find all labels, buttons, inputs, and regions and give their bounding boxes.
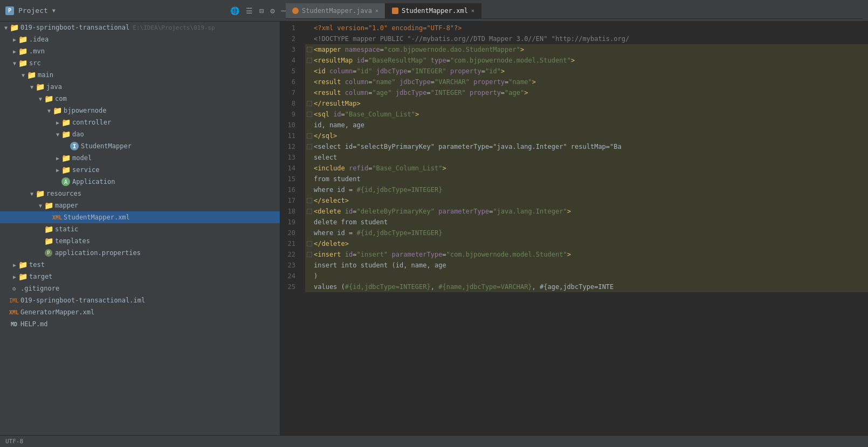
code-content: where id = #{id,jdbcType=INTEGER} bbox=[314, 184, 442, 195]
item-type-icon: 📁 bbox=[44, 201, 53, 210]
code-area[interactable]: <?xml version="1.0" encoding="UTF-8"?><!… bbox=[300, 22, 868, 435]
code-line: insert into student (id, name, age bbox=[305, 260, 868, 271]
item-label: templates bbox=[55, 237, 90, 245]
sidebar-item-root[interactable]: ▼ 📁 019-springboot-transactional E:\IDEA… bbox=[0, 22, 280, 33]
code-line: -<mapper namespace="com.bjpowernode.dao.… bbox=[305, 44, 868, 55]
code-content: <?xml version="1.0" encoding="UTF-8"?> bbox=[314, 23, 462, 33]
code-content: </sql> bbox=[314, 130, 337, 141]
sidebar-item-help[interactable]: MD HELP.md bbox=[0, 318, 280, 330]
fold-gutter[interactable]: - bbox=[305, 47, 314, 52]
tab-xml-label: StudentMapper.xml bbox=[402, 7, 468, 15]
code-line: - </resultMap> bbox=[305, 98, 868, 109]
code-line: - </select> bbox=[305, 195, 868, 206]
sidebar[interactable]: ▼ 📁 019-springboot-transactional E:\IDEA… bbox=[0, 22, 280, 435]
fold-gutter[interactable]: - bbox=[305, 133, 314, 139]
item-label: resources bbox=[46, 190, 81, 197]
tab-xml-close[interactable]: ✕ bbox=[471, 8, 474, 13]
code-content: <result column="name" jdbcType="VARCHAR"… bbox=[314, 77, 536, 87]
fold-gutter[interactable]: - bbox=[305, 144, 314, 149]
fold-gutter[interactable]: - bbox=[305, 209, 314, 214]
item-type-icon: 📁 bbox=[44, 237, 53, 245]
fold-gutter[interactable]: - bbox=[305, 241, 314, 246]
item-type-icon: 📁 bbox=[61, 166, 70, 174]
code-line: - <sql id="Base_Column_List"> bbox=[305, 109, 868, 120]
item-type-icon: 📁 bbox=[53, 106, 61, 115]
sidebar-item-mvn[interactable]: ▶ 📁 .mvn bbox=[0, 45, 280, 57]
sidebar-item-target[interactable]: ▶ 📁 target bbox=[0, 271, 280, 283]
arrow-icon: ▼ bbox=[19, 72, 27, 78]
code-content: id, name, age bbox=[314, 120, 364, 130]
sidebar-item-service[interactable]: ▶ 📁 service bbox=[0, 164, 280, 176]
sidebar-item-java[interactable]: ▼ 📁 java bbox=[0, 81, 280, 93]
item-type-icon: 📁 bbox=[18, 35, 27, 44]
fold-gutter[interactable]: - bbox=[305, 112, 314, 117]
sidebar-item-idea[interactable]: ▶ 📁 .idea bbox=[0, 33, 280, 45]
sidebar-item-resources[interactable]: ▼ 📁 resources bbox=[0, 188, 280, 200]
sidebar-item-com[interactable]: ▼ 📁 com bbox=[0, 93, 280, 105]
line-numbers: 1234567891011121314151617181920212223242… bbox=[280, 22, 300, 435]
item-type-icon: XML bbox=[10, 308, 18, 317]
sidebar-item-main[interactable]: ▼ 📁 main bbox=[0, 69, 280, 81]
sidebar-item-genmapper[interactable]: XML GeneratorMapper.xml bbox=[0, 306, 280, 318]
project-folder-icon: P bbox=[5, 6, 14, 15]
code-content: <insert id="insert" parameterType="com.b… bbox=[314, 249, 571, 260]
item-label: application.properties bbox=[55, 249, 141, 257]
sidebar-item-studentmapper-xml[interactable]: XML StudentMapper.xml bbox=[0, 211, 280, 223]
code-line: <id column="id" jdbcType="INTEGER" prope… bbox=[305, 66, 868, 77]
item-type-icon: 📁 bbox=[36, 82, 44, 91]
minimize-icon[interactable]: ─ bbox=[281, 6, 286, 15]
arrow-icon: ▼ bbox=[37, 203, 44, 209]
item-label: service bbox=[72, 166, 100, 174]
item-label: java bbox=[46, 83, 62, 91]
item-label: GeneratorMapper.xml bbox=[20, 308, 94, 316]
sidebar-item-studentmapper[interactable]: I StudentMapper bbox=[0, 140, 280, 152]
menu-icon[interactable]: ☰ bbox=[246, 6, 253, 15]
tab-java[interactable]: StudentMapper.java ✕ bbox=[286, 3, 385, 18]
sidebar-item-iml[interactable]: IML 019-springboot-transactional.iml bbox=[0, 294, 280, 306]
sidebar-item-controller[interactable]: ▶ 📁 controller bbox=[0, 116, 280, 128]
sidebar-item-mapper[interactable]: ▼ 📁 mapper bbox=[0, 200, 280, 211]
gear-icon[interactable]: ⚙ bbox=[270, 6, 274, 15]
fold-gutter[interactable]: - bbox=[305, 252, 314, 257]
globe-icon[interactable]: 🌐 bbox=[230, 6, 239, 15]
sidebar-item-templates[interactable]: 📁 templates bbox=[0, 235, 280, 247]
sidebar-item-static[interactable]: 📁 static bbox=[0, 223, 280, 235]
sidebar-item-application[interactable]: A Application bbox=[0, 176, 280, 188]
sidebar-item-model[interactable]: ▶ 📁 model bbox=[0, 152, 280, 164]
code-content: <id column="id" jdbcType="INTEGER" prope… bbox=[314, 66, 505, 77]
code-content: insert into student (id, name, age bbox=[314, 260, 446, 271]
editor: 1234567891011121314151617181920212223242… bbox=[280, 22, 868, 435]
sidebar-item-gitignore[interactable]: ⚙ .gitignore bbox=[0, 283, 280, 294]
item-type-icon: ⚙ bbox=[10, 284, 18, 293]
item-label: target bbox=[29, 273, 52, 280]
code-line: id, name, age bbox=[305, 120, 868, 130]
tab-xml-icon bbox=[392, 8, 398, 14]
code-line: - </sql> bbox=[305, 130, 868, 141]
sidebar-item-src[interactable]: ▼ 📁 src bbox=[0, 57, 280, 69]
item-type-icon: XML bbox=[53, 213, 61, 222]
title-bar-left: P Project ▼ 🌐 ☰ ⊟ ⚙ ─ bbox=[5, 6, 286, 15]
status-encoding: UTF-8 bbox=[5, 438, 23, 445]
sidebar-item-test[interactable]: ▶ 📁 test bbox=[0, 259, 280, 271]
code-content: </select> bbox=[314, 195, 349, 206]
item-label: static bbox=[55, 225, 78, 233]
code-content: ) bbox=[314, 271, 318, 281]
item-label: .gitignore bbox=[20, 285, 59, 292]
code-line: select bbox=[305, 152, 868, 163]
sidebar-item-dao[interactable]: ▼ 📁 dao bbox=[0, 128, 280, 140]
split-icon[interactable]: ⊟ bbox=[259, 6, 264, 15]
fold-gutter[interactable]: - bbox=[305, 101, 314, 106]
sidebar-item-appprops[interactable]: P application.properties bbox=[0, 247, 280, 259]
tab-java-close[interactable]: ✕ bbox=[375, 8, 378, 13]
item-type-icon: P bbox=[44, 249, 53, 257]
tab-xml[interactable]: StudentMapper.xml ✕ bbox=[385, 3, 481, 18]
fold-gutter[interactable]: - bbox=[305, 58, 314, 63]
code-line: - <delete id="deleteByPrimaryKey" parame… bbox=[305, 206, 868, 217]
code-line: where id = #{id,jdbcType=INTEGER} bbox=[305, 228, 868, 238]
item-type-icon: 📁 bbox=[44, 225, 53, 233]
fold-gutter[interactable]: - bbox=[305, 198, 314, 203]
arrow-icon: ▼ bbox=[54, 132, 61, 137]
item-label: StudentMapper bbox=[81, 142, 132, 150]
item-label: main bbox=[38, 71, 53, 79]
sidebar-item-bjpowernode[interactable]: ▼ 📁 bjpowernode bbox=[0, 105, 280, 116]
